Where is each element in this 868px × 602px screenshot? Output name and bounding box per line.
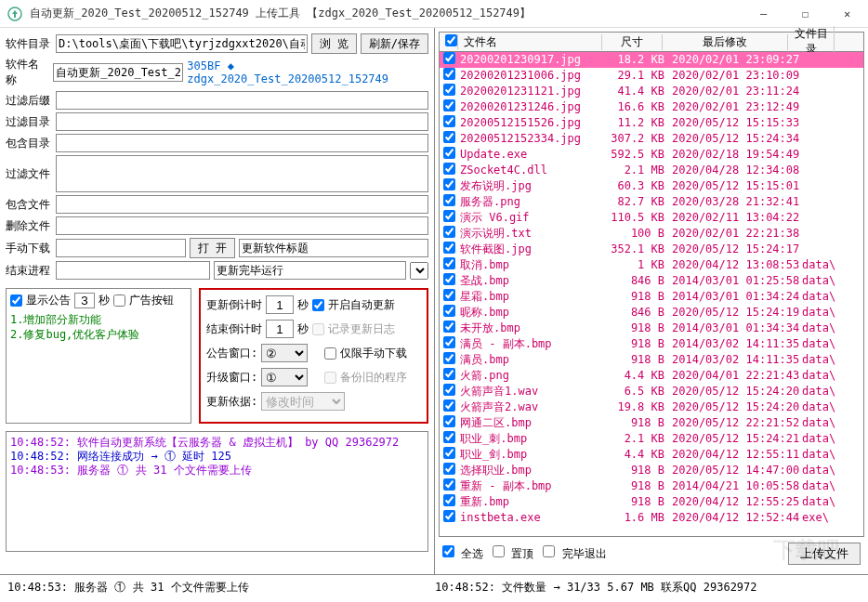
app-icon [7, 7, 22, 21]
file-row[interactable]: 职业_剑.bmp4.4 KB2020/04/12 12:55:11data\ [440, 447, 863, 463]
file-row[interactable]: 服务器.png82.7 KB2020/03/28 21:32:41 [440, 194, 863, 210]
open-button[interactable]: 打 开 [190, 238, 235, 258]
exit-on-done[interactable]: 完毕退出 [543, 545, 606, 562]
backup-old-checkbox [324, 372, 336, 384]
soft-name-extra: 305BF ◆ zdgx_2020_Test_20200512_152749 [187, 59, 428, 85]
update-title-input[interactable] [239, 239, 428, 257]
upgrade-window-select[interactable]: ① [261, 368, 308, 386]
file-row[interactable]: 未开放.bmp918 B2014/03/01 01:34:34data\ [440, 321, 863, 336]
maximize-button[interactable]: ☐ [784, 1, 826, 27]
auto-update-label: 开启自动更新 [328, 297, 395, 313]
select-all[interactable]: 全选 [442, 545, 483, 562]
col-date[interactable]: 最后修改 [663, 34, 788, 50]
end-process-input[interactable] [56, 261, 210, 280]
filter-dir-input[interactable] [56, 112, 428, 131]
file-row[interactable]: 20200201230917.jpg18.2 KB2020/02/01 23:0… [440, 52, 863, 68]
file-row[interactable]: 火箭声音1.wav6.5 KB2020/05/12 15:24:20data\ [440, 384, 863, 399]
log-update-checkbox [312, 323, 324, 335]
file-row[interactable]: instbeta.exe1.6 MB2020/04/12 12:52:44exe… [440, 510, 863, 526]
include-file-input[interactable] [56, 195, 428, 214]
col-name[interactable]: 文件名 [458, 34, 602, 50]
filter-file-input[interactable] [56, 155, 428, 192]
update-basis-select: 修改时间 [261, 392, 345, 411]
status-left: 10:48:53: 服务器 ① 共 31 个文件需要上传 [7, 580, 435, 595]
end-countdown-input[interactable] [266, 320, 294, 338]
file-row[interactable]: 满员 - 副本.bmp918 B2014/03/02 14:11:35data\ [440, 336, 863, 352]
log-box[interactable]: 10:48:52: 软件自动更新系统【云服务器 & 虚拟主机】 by QQ 29… [6, 431, 428, 552]
upgrade-window-label: 升级窗口: [206, 370, 257, 386]
announce-seconds-input[interactable] [74, 293, 95, 308]
soft-dir-label: 软件目录 [6, 36, 52, 52]
announce-list[interactable]: 1.增加部分新功能 2.修复bug,优化客户体验 [10, 312, 187, 342]
upload-button[interactable]: 上传文件 [788, 543, 861, 565]
file-row[interactable]: 演示说明.txt100 B2020/02/01 22:21:38 [440, 226, 863, 242]
top-checkbox[interactable]: 置顶 [493, 545, 533, 562]
ad-button-label: 广告按钮 [129, 293, 174, 308]
file-row[interactable]: 圣战.bmp846 B2014/03/01 01:25:58data\ [440, 273, 863, 289]
col-size[interactable]: 尺寸 [602, 34, 663, 50]
soft-dir-input[interactable] [56, 34, 308, 53]
announce-window-label: 公告窗口: [206, 346, 257, 361]
filter-suffix-input[interactable] [56, 91, 428, 110]
minimize-button[interactable]: — [743, 1, 784, 27]
file-list[interactable]: 20200201230917.jpg18.2 KB2020/02/01 23:0… [439, 52, 864, 537]
file-row[interactable]: 火箭.png4.4 KB2020/04/01 22:21:43data\ [440, 368, 863, 384]
end-countdown-label: 结束倒计时 [206, 321, 262, 337]
refresh-button[interactable]: 刷新/保存 [361, 33, 428, 54]
header-checkbox[interactable] [445, 34, 457, 46]
announce-window-select[interactable]: ② [261, 344, 308, 362]
filter-dir-label: 过滤目录 [6, 114, 52, 130]
browse-button[interactable]: 浏 览 [311, 33, 357, 54]
include-dir-input[interactable] [56, 134, 428, 152]
file-row[interactable]: 20200201231121.jpg41.4 KB2020/02/01 23:1… [440, 84, 863, 99]
update-countdown-input[interactable] [266, 295, 294, 314]
end-process-label: 结束进程 [6, 263, 52, 279]
file-row[interactable]: 20200201231006.jpg29.1 KB2020/02/01 23:1… [440, 68, 863, 84]
show-announce-checkbox[interactable] [10, 294, 22, 307]
show-announce-label: 显示公告 [26, 293, 71, 308]
end-run-select[interactable] [410, 262, 428, 280]
file-row[interactable]: 重新 - 副本.bmp918 B2014/04/21 10:05:58data\ [440, 478, 863, 494]
file-row[interactable]: 演示 V6.gif110.5 KB2020/02/11 13:04:22 [440, 210, 863, 226]
soft-name-input[interactable] [53, 63, 183, 82]
end-run-input[interactable] [214, 261, 406, 280]
update-countdown-label: 更新倒计时 [206, 297, 262, 313]
include-dir-label: 包含目录 [6, 136, 52, 151]
sec-label: 秒 [99, 293, 110, 308]
close-button[interactable]: ✕ [826, 1, 868, 27]
window-title: 自动更新_2020_Test_20200512_152749 上传工具 【zdg… [30, 6, 743, 21]
auto-update-checkbox[interactable] [312, 299, 324, 311]
file-row[interactable]: 网通二区.bmp918 B2020/05/12 22:21:52data\ [440, 415, 863, 431]
file-row[interactable]: 20200201231246.jpg16.6 KB2020/02/01 23:1… [440, 99, 863, 115]
file-row[interactable]: 满员.bmp918 B2014/03/02 14:11:35data\ [440, 352, 863, 368]
file-row[interactable]: 20200512151526.jpg11.2 KB2020/05/12 15:1… [440, 115, 863, 131]
delete-file-label: 删除文件 [6, 218, 52, 234]
file-row[interactable]: 选择职业.bmp918 B2020/05/12 14:47:00data\ [440, 463, 863, 478]
file-row[interactable]: 重新.bmp918 B2020/04/12 12:55:25data\ [440, 494, 863, 510]
file-row[interactable]: 昵称.bmp846 B2020/05/12 15:24:19data\ [440, 305, 863, 321]
manual-only-checkbox[interactable] [324, 347, 336, 360]
delete-file-input[interactable] [56, 216, 428, 235]
file-row[interactable]: 发布说明.jpg60.3 KB2020/05/12 15:15:01 [440, 178, 863, 194]
file-row[interactable]: ZSocket4C.dll2.1 MB2020/04/28 12:34:08 [440, 163, 863, 178]
soft-name-label: 软件名称 [6, 57, 49, 88]
statusbar: 10:48:53: 服务器 ① 共 31 个文件需要上传 10:48:52: 文… [0, 574, 868, 600]
file-row[interactable]: 火箭声音2.wav19.8 KB2020/05/12 15:24:20data\ [440, 399, 863, 415]
manual-download-input[interactable] [56, 239, 186, 257]
file-row[interactable]: 星霜.bmp918 B2014/03/01 01:34:24data\ [440, 289, 863, 305]
log-update-label: 记录更新日志 [328, 321, 395, 337]
update-basis-label: 更新依据: [206, 394, 257, 410]
config-box: 更新倒计时 秒 开启自动更新 结束倒计时 秒 记录更新日志 公告窗口: ② [199, 288, 428, 424]
file-row[interactable]: Update.exe592.5 KB2020/02/18 19:54:49 [440, 147, 863, 163]
status-right: 10:48:52: 文件数量 → 31/33 5.67 MB 联系QQ 2936… [435, 580, 861, 595]
file-row[interactable]: 职业_刺.bmp2.1 KB2020/05/12 15:24:21data\ [440, 431, 863, 447]
filter-suffix-label: 过滤后缀 [6, 93, 52, 109]
file-row[interactable]: 20200512152334.jpg307.2 KB2020/05/12 15:… [440, 131, 863, 147]
backup-old-label: 备份旧的程序 [340, 370, 407, 386]
ad-button-checkbox[interactable] [113, 294, 125, 307]
file-row[interactable]: 软件截图.jpg352.1 KB2020/05/12 15:24:17 [440, 242, 863, 257]
manual-only-label: 仅限手动下载 [340, 346, 407, 361]
file-row[interactable]: 取消.bmp1 KB2020/04/12 13:08:53data\ [440, 257, 863, 273]
file-list-header: 文件名 尺寸 最后修改 文件目录 [439, 32, 864, 52]
filter-file-label: 过滤文件 [6, 166, 52, 182]
